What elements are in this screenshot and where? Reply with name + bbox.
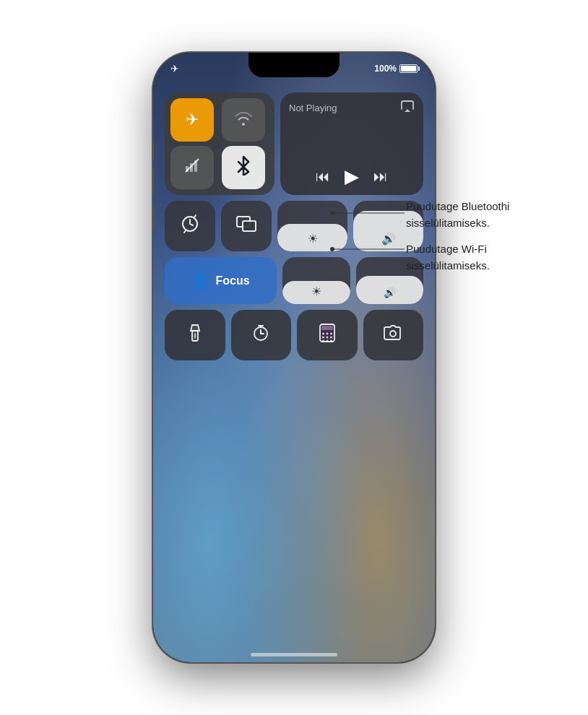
battery-icon xyxy=(399,64,418,73)
cc-bottom-row xyxy=(165,310,423,360)
status-left: ✈ xyxy=(170,63,179,74)
cc-focus-row: 👤 Focus ☀ 🔊 xyxy=(165,257,423,304)
svg-point-19 xyxy=(322,337,324,339)
media-controls: ⏮ ▶ ⏭ xyxy=(289,165,415,188)
flashlight-icon xyxy=(187,324,203,347)
focus-button[interactable]: 👤 Focus xyxy=(165,257,277,304)
wifi-button[interactable] xyxy=(222,98,265,142)
airplane-mode-button[interactable]: ✈ xyxy=(170,98,214,142)
svg-point-24 xyxy=(330,340,332,342)
connectivity-panel: ✈ xyxy=(165,92,274,195)
brightness-fine-slider[interactable]: ☀ xyxy=(282,257,350,304)
flashlight-button[interactable] xyxy=(165,310,225,360)
screen-mirror-button[interactable] xyxy=(221,201,272,251)
media-title-text: Not Playing xyxy=(289,103,337,113)
mute-switch[interactable] xyxy=(153,139,154,160)
timer-button[interactable] xyxy=(231,310,292,360)
home-indicator[interactable] xyxy=(251,653,337,656)
focus-label: Focus xyxy=(215,274,249,287)
media-player-panel: Not Playing ⏮ ▶ ⏭ xyxy=(280,92,423,195)
svg-rect-15 xyxy=(321,326,333,330)
svg-point-25 xyxy=(390,331,396,337)
bluetooth-icon xyxy=(237,155,250,180)
screen-mirror-icon xyxy=(236,216,256,236)
orientation-lock-icon xyxy=(181,214,199,238)
svg-point-22 xyxy=(322,340,324,342)
wifi-icon xyxy=(234,110,253,130)
play-button[interactable]: ▶ xyxy=(345,165,359,188)
media-top: Not Playing xyxy=(289,100,415,116)
cellular-button[interactable] xyxy=(170,146,214,189)
brightness-fine-icon: ☀ xyxy=(311,285,321,298)
calculator-button[interactable] xyxy=(297,310,358,360)
volume-up-button[interactable] xyxy=(153,168,154,194)
volume-slider[interactable]: 🔊 xyxy=(353,201,423,251)
svg-point-21 xyxy=(330,337,332,339)
battery-percent-text: 100% xyxy=(374,64,397,74)
svg-point-20 xyxy=(326,337,328,339)
phone-shell: ✈ 100% ✈ xyxy=(153,53,435,662)
svg-point-17 xyxy=(326,333,328,335)
camera-icon xyxy=(384,325,402,345)
timer-icon xyxy=(252,324,269,346)
cellular-icon xyxy=(184,157,200,178)
camera-button[interactable] xyxy=(363,310,424,360)
airplane-status-icon: ✈ xyxy=(170,63,179,74)
svg-point-23 xyxy=(326,340,328,342)
airplane-mode-icon: ✈ xyxy=(186,110,199,129)
fast-forward-button[interactable]: ⏭ xyxy=(373,168,388,185)
svg-point-16 xyxy=(322,333,324,335)
status-right: 100% xyxy=(374,64,418,74)
cc-second-row: ☀ 🔊 xyxy=(165,201,423,251)
volume-fine-icon: 🔊 xyxy=(384,287,396,298)
cc-top-row: ✈ xyxy=(165,92,423,195)
volume-icon: 🔊 xyxy=(381,232,396,246)
bluetooth-button[interactable] xyxy=(222,146,265,189)
volume-down-button[interactable] xyxy=(153,204,154,230)
focus-icon: 👤 xyxy=(191,272,209,290)
calculator-icon xyxy=(319,324,335,347)
notch xyxy=(248,53,340,77)
airplay-button[interactable] xyxy=(400,100,415,116)
rewind-button[interactable]: ⏮ xyxy=(316,168,330,185)
orientation-lock-button[interactable] xyxy=(165,201,215,251)
svg-point-18 xyxy=(330,333,332,335)
scene: ✈ 100% ✈ xyxy=(0,0,588,715)
battery-fill xyxy=(401,66,416,72)
volume-fine-slider[interactable]: 🔊 xyxy=(356,257,424,304)
brightness-slider[interactable]: ☀ xyxy=(277,201,347,251)
control-center: ✈ xyxy=(165,92,423,360)
svg-rect-6 xyxy=(243,221,256,231)
power-button[interactable] xyxy=(434,179,435,226)
brightness-icon: ☀ xyxy=(308,232,318,246)
